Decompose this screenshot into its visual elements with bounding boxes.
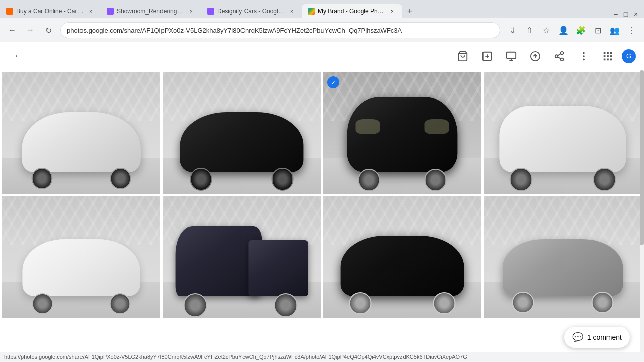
- car-image-4: [484, 72, 642, 194]
- svg-rect-18: [610, 52, 612, 54]
- tab-designify[interactable]: Showroom_Rendering - Designify ×: [101, 4, 201, 18]
- new-tab-button[interactable]: +: [403, 4, 417, 18]
- add-to-album-icon[interactable]: [477, 46, 497, 66]
- comment-icon: 💬: [572, 332, 583, 343]
- nav-bar: ← → ↻ photos.google.com/share/AF1QipPXo0…: [0, 18, 644, 42]
- forward-button[interactable]: →: [22, 22, 38, 38]
- extension-icon[interactable]: 🧩: [573, 22, 589, 38]
- tab-favicon-designify-cars: [207, 8, 214, 15]
- bookmark-icon[interactable]: ☆: [538, 22, 554, 38]
- share-page-icon[interactable]: ⇧: [521, 22, 537, 38]
- profile-avatar[interactable]: G: [622, 49, 636, 63]
- svg-line-11: [558, 57, 561, 59]
- svg-point-8: [561, 51, 564, 54]
- car-image-8: [484, 196, 642, 318]
- svg-line-12: [558, 53, 561, 55]
- tab-title-designify-cars: Designify Cars - Google Photos: [217, 8, 285, 15]
- car-image-6: [163, 196, 321, 318]
- tab-close-my-brand[interactable]: ×: [388, 7, 396, 15]
- minimize-btn[interactable]: −: [612, 10, 620, 18]
- svg-rect-19: [604, 55, 606, 57]
- svg-point-14: [583, 55, 585, 57]
- svg-point-9: [555, 55, 558, 58]
- profile-initial: G: [626, 52, 631, 60]
- car-image-3: [323, 72, 481, 194]
- car-image-7: [323, 196, 481, 318]
- svg-point-15: [583, 58, 585, 60]
- car-image-1: [2, 72, 160, 194]
- tab-close-carvago[interactable]: ×: [87, 7, 95, 15]
- grid-apps-icon[interactable]: [598, 46, 618, 66]
- account-icon[interactable]: 👥: [607, 22, 623, 38]
- download-page-icon[interactable]: ⇓: [504, 22, 520, 38]
- tab-favicon-designify: [107, 8, 114, 15]
- svg-rect-16: [604, 52, 606, 54]
- photo-select-3[interactable]: [327, 76, 339, 88]
- address-bar[interactable]: photos.google.com/share/AF1QipPXo0z-V5LG…: [60, 22, 500, 38]
- tab-favicon-my-brand: [308, 8, 315, 15]
- photo-cell-6[interactable]: [163, 196, 321, 318]
- svg-rect-24: [610, 58, 612, 60]
- profile-icon[interactable]: 👤: [555, 22, 572, 38]
- scrollbar-thumb[interactable]: [640, 70, 644, 245]
- svg-point-13: [583, 52, 585, 54]
- car-image-5: [2, 196, 160, 318]
- svg-rect-20: [607, 55, 609, 57]
- scrollbar-track: [640, 70, 644, 362]
- screenshare-icon[interactable]: ⊡: [590, 22, 606, 38]
- photos-toolbar: ←: [0, 42, 644, 70]
- car-image-2: [163, 72, 321, 194]
- svg-rect-23: [607, 58, 609, 60]
- photo-cell-4[interactable]: [484, 72, 642, 194]
- comment-count-label: 1 comment: [587, 333, 622, 341]
- close-btn[interactable]: ×: [632, 10, 640, 18]
- tab-carvago[interactable]: Buy a Car Online - Carvago.com ×: [0, 4, 101, 18]
- slideshow-icon[interactable]: [501, 46, 521, 66]
- photos-back-button[interactable]: ←: [8, 46, 28, 66]
- share-icon[interactable]: [549, 46, 570, 66]
- tab-bar: Buy a Car Online - Carvago.com × Showroo…: [0, 0, 644, 18]
- photo-grid: [0, 70, 644, 320]
- status-bar: https://photos.google.com/share/AF1QipPX…: [0, 352, 644, 362]
- upload-icon[interactable]: [525, 46, 545, 66]
- photo-cell-3[interactable]: [323, 72, 481, 194]
- back-button[interactable]: ←: [4, 22, 20, 38]
- reload-button[interactable]: ↻: [40, 22, 56, 38]
- photo-cell-7[interactable]: [323, 196, 481, 318]
- tab-title-my-brand: My Brand - Google Photos: [318, 8, 385, 15]
- url-text: photos.google.com/share/AF1QipPXo0z-V5LG…: [67, 27, 494, 34]
- photo-grid-container[interactable]: [0, 70, 644, 362]
- photo-cell-1[interactable]: [2, 72, 160, 194]
- tab-my-brand[interactable]: My Brand - Google Photos ×: [302, 4, 403, 18]
- tab-designify-cars[interactable]: Designify Cars - Google Photos ×: [201, 4, 302, 18]
- tab-favicon-carvago: [6, 8, 13, 15]
- shopping-cart-icon[interactable]: [453, 46, 473, 66]
- tab-close-designify[interactable]: ×: [187, 7, 195, 15]
- svg-rect-4: [507, 52, 516, 58]
- svg-point-10: [561, 58, 564, 61]
- photo-cell-5[interactable]: [2, 196, 160, 318]
- nav-icons-right: ⇓ ⇧ ☆ 👤 🧩 ⊡ 👥 ⋮: [504, 22, 640, 38]
- tab-close-designify-cars[interactable]: ×: [288, 7, 296, 15]
- photo-cell-8[interactable]: [484, 196, 642, 318]
- tab-title-carvago: Buy a Car Online - Carvago.com: [16, 8, 84, 15]
- tab-title-designify: Showroom_Rendering - Designify: [117, 8, 184, 15]
- comment-badge[interactable]: 💬 1 comment: [564, 327, 630, 348]
- svg-rect-17: [607, 52, 609, 54]
- more-options-icon[interactable]: ⋮: [624, 22, 640, 38]
- photo-cell-2[interactable]: [163, 72, 321, 194]
- svg-rect-22: [604, 58, 606, 60]
- svg-rect-21: [610, 55, 612, 57]
- more-vert-icon[interactable]: [574, 46, 594, 66]
- maximize-btn[interactable]: □: [622, 10, 630, 18]
- status-url: https://photos.google.com/share/AF1QipPX…: [4, 354, 467, 360]
